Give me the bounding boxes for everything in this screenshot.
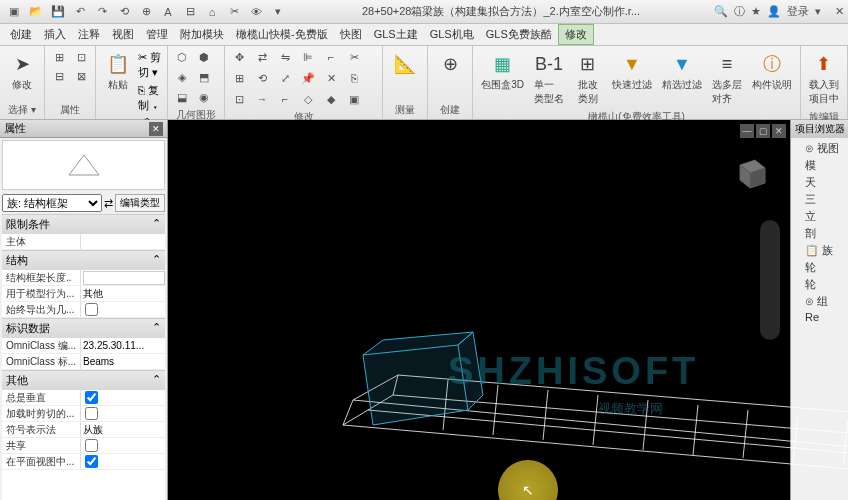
view-icon[interactable]: 👁 <box>246 2 266 22</box>
copy-button[interactable]: ⎘ 复制 ▾ <box>138 83 163 113</box>
user-icon[interactable]: 👤 <box>767 5 781 18</box>
3d-viewport[interactable]: — ▢ ✕ SHZHISOFT 视频教学网 ↖ <box>168 120 790 500</box>
tree-item[interactable]: 剖 <box>793 225 846 242</box>
misc-icon[interactable]: ◆ <box>321 90 341 108</box>
cut-button[interactable]: ✂ 剪切 ▾ <box>138 50 163 80</box>
property-group[interactable]: 其他⌃ <box>2 370 165 390</box>
component-info-button[interactable]: ⓘ构件说明 <box>748 48 796 94</box>
move-icon[interactable]: ✥ <box>229 48 249 66</box>
minimize-icon[interactable]: — <box>740 124 754 138</box>
mirror-icon[interactable]: ⇋ <box>275 48 295 66</box>
tree-item[interactable]: 轮 <box>793 259 846 276</box>
property-group[interactable]: 标识数据⌃ <box>2 318 165 338</box>
tab-gls-zuku[interactable]: GLS免费族酷 <box>480 25 558 44</box>
tree-item[interactable]: 天 <box>793 174 846 191</box>
tab-view[interactable]: 视图 <box>106 25 140 44</box>
offset-icon[interactable]: ⇄ <box>252 48 272 66</box>
group-icon[interactable]: ⊡ <box>229 90 249 108</box>
delete-icon[interactable]: ✕ <box>321 69 341 87</box>
property-row[interactable]: 始终导出为几... <box>2 302 165 318</box>
multialign-button[interactable]: ≡选多层 对齐 <box>708 48 746 108</box>
view-cube[interactable] <box>730 150 770 190</box>
create-button[interactable]: ⊕ <box>432 48 468 80</box>
measure-button[interactable]: 📐 <box>387 48 423 80</box>
edit-type-button[interactable]: 编辑类型 <box>115 194 165 212</box>
pin-icon[interactable]: 📌 <box>298 69 318 87</box>
tab-gls-jidian[interactable]: GLS机电 <box>424 25 480 44</box>
tab-ganlanshan[interactable]: 橄榄山快模-免费版 <box>230 25 334 44</box>
close-icon[interactable]: ✕ <box>149 122 163 136</box>
section-icon[interactable]: ✂ <box>224 2 244 22</box>
misc-icon[interactable]: ◇ <box>298 90 318 108</box>
star-icon[interactable]: ★ <box>751 5 761 18</box>
type-selector[interactable]: 族: 结构框架 <box>2 194 102 212</box>
split-icon[interactable]: ✂ <box>344 48 364 66</box>
props-icon3[interactable]: ⊡ <box>71 48 91 66</box>
properties-list[interactable]: 限制条件⌃主体结构⌃结构框架长度..用于模型行为...其他始终导出为几...标识… <box>2 214 165 500</box>
geom-icon[interactable]: ⬢ <box>194 48 214 66</box>
close-view-icon[interactable]: ✕ <box>772 124 786 138</box>
props-icon1[interactable]: ⊞ <box>49 48 69 66</box>
property-checkbox[interactable] <box>85 407 98 420</box>
property-row[interactable]: 用于模型行为...其他 <box>2 286 165 302</box>
tree-item[interactable]: ⊙ 视图 <box>793 140 846 157</box>
property-group[interactable]: 限制条件⌃ <box>2 214 165 234</box>
redo-icon[interactable]: ↷ <box>92 2 112 22</box>
maximize-icon[interactable]: ▢ <box>756 124 770 138</box>
save-icon[interactable]: 💾 <box>48 2 68 22</box>
paste-button[interactable]: 📋 粘贴 <box>100 48 136 94</box>
app-menu-icon[interactable]: ▣ <box>4 2 24 22</box>
align-icon[interactable]: ⊫ <box>298 48 318 66</box>
geom-icon[interactable]: ⬡ <box>172 48 192 66</box>
property-row[interactable]: 总是垂直 <box>2 390 165 406</box>
pipe-icon[interactable]: ⟲ <box>114 2 134 22</box>
render-icon[interactable]: ▾ <box>268 2 288 22</box>
extend-icon[interactable]: → <box>252 90 272 108</box>
batch-button[interactable]: ⊞批改 类别 <box>570 48 606 108</box>
property-row[interactable]: 结构框架长度.. <box>2 270 165 286</box>
property-row[interactable]: 符号表示法从族 <box>2 422 165 438</box>
property-group[interactable]: 结构⌃ <box>2 250 165 270</box>
corner-icon[interactable]: ⌐ <box>275 90 295 108</box>
geom-icon[interactable]: ◈ <box>172 68 192 86</box>
geom-icon[interactable]: ◉ <box>194 88 214 106</box>
login-button[interactable]: 登录 <box>787 4 809 19</box>
geom-icon[interactable]: ⬓ <box>172 88 192 106</box>
property-checkbox[interactable] <box>85 391 98 404</box>
swap-icon[interactable]: ⇄ <box>104 197 113 210</box>
property-checkbox[interactable] <box>85 439 98 452</box>
quickfilter-button[interactable]: ▼快速过滤 <box>608 48 656 94</box>
property-checkbox[interactable] <box>85 455 98 468</box>
tab-gls-tujian[interactable]: GLS土建 <box>368 25 424 44</box>
box3d-button[interactable]: ▦包围盒3D <box>477 48 528 94</box>
props-icon4[interactable]: ⊠ <box>71 67 91 85</box>
tree-item[interactable]: 立 <box>793 208 846 225</box>
tree-item[interactable]: 三 <box>793 191 846 208</box>
property-row[interactable]: 主体 <box>2 234 165 250</box>
tab-annotate[interactable]: 注释 <box>72 25 106 44</box>
geom-icon[interactable]: ⬒ <box>194 68 214 86</box>
dim-icon[interactable]: ⊟ <box>180 2 200 22</box>
text-icon[interactable]: A <box>158 2 178 22</box>
tree-item[interactable]: 模 <box>793 157 846 174</box>
finefilter-button[interactable]: ▼精选过滤 <box>658 48 706 94</box>
close-window-icon[interactable]: ✕ <box>835 5 844 18</box>
scale-icon[interactable]: ⤢ <box>275 69 295 87</box>
property-row[interactable]: OmniClass 编...23.25.30.11... <box>2 338 165 354</box>
undo-icon[interactable]: ↶ <box>70 2 90 22</box>
array-icon[interactable]: ⊞ <box>229 69 249 87</box>
property-input[interactable] <box>83 271 165 285</box>
tree-item[interactable]: 📋 族 <box>793 242 846 259</box>
tab-modify[interactable]: 修改 <box>558 24 594 45</box>
property-row[interactable]: 在平面视图中... <box>2 454 165 470</box>
copy-icon[interactable]: ⎘ <box>344 69 364 87</box>
sync-icon[interactable]: ⊕ <box>136 2 156 22</box>
help-dropdown-icon[interactable]: ▾ <box>815 5 821 18</box>
property-checkbox[interactable] <box>85 303 98 316</box>
3d-icon[interactable]: ⌂ <box>202 2 222 22</box>
tab-insert[interactable]: 插入 <box>38 25 72 44</box>
tab-addins[interactable]: 附加模块 <box>174 25 230 44</box>
trim-icon[interactable]: ⌐ <box>321 48 341 66</box>
misc-icon[interactable]: ▣ <box>344 90 364 108</box>
modify-button[interactable]: ➤ 修改 <box>4 48 40 94</box>
